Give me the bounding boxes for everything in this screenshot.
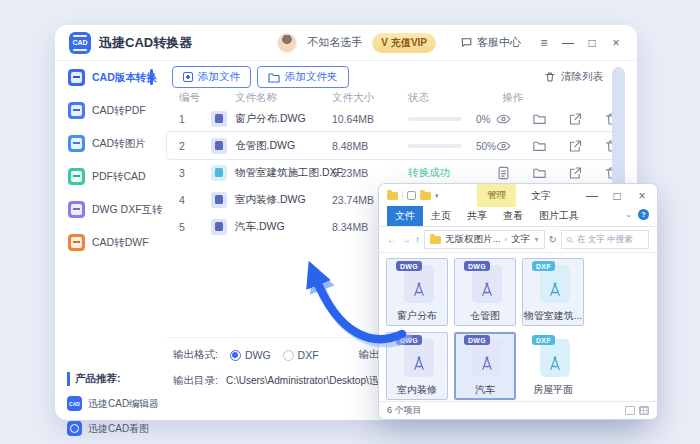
file-tile-label: 汽车 bbox=[455, 383, 515, 397]
search-icon bbox=[566, 236, 574, 244]
open-folder-icon[interactable] bbox=[532, 111, 547, 126]
explorer-window: ▾ 管理 文字 — □ × 文件 主页 共享 查看 图片工具 ⌄ ? ← → ↑… bbox=[378, 183, 658, 420]
add-folder-button[interactable]: 添加文件夹 bbox=[257, 66, 349, 88]
sidebar-item[interactable]: CAD转图片 bbox=[55, 127, 167, 160]
recommend-item[interactable]: 迅捷CAD看图 bbox=[67, 421, 163, 436]
folder-icon bbox=[420, 192, 431, 200]
explorer-file-tile[interactable]: DXF 房屋平面 bbox=[522, 332, 584, 400]
explorer-maximize-button[interactable]: □ bbox=[610, 189, 624, 203]
breadcrumb-current[interactable]: 文字 bbox=[511, 233, 530, 246]
sidebar-item-label: CAD转图片 bbox=[92, 137, 146, 151]
explorer-file-tile[interactable]: DWG 室内装修 bbox=[386, 332, 448, 400]
file-ext-badge: DWG bbox=[464, 261, 490, 271]
explorer-close-button[interactable]: × bbox=[635, 189, 649, 203]
explorer-file-tile[interactable]: DWG 仓管图 bbox=[454, 258, 516, 326]
format-radio-dxf[interactable] bbox=[283, 350, 294, 361]
collapse-ribbon-icon[interactable]: ⌄ bbox=[625, 210, 632, 219]
file-size: 10.64MB bbox=[332, 113, 374, 125]
cad-tool-icon bbox=[68, 168, 85, 185]
sidebar: CAD版本转换 CAD转PDF CAD转图片 PDF转CAD DWG DXF互转… bbox=[55, 61, 167, 420]
open-folder-icon[interactable] bbox=[532, 138, 547, 153]
sidebar-item[interactable]: CAD转DWF bbox=[55, 226, 167, 259]
export-icon[interactable] bbox=[568, 138, 583, 153]
progress-bar bbox=[408, 117, 462, 121]
table-row[interactable]: 3 物管室建筑施工图.DXF 5.23MB 转换成功 bbox=[167, 159, 619, 186]
file-ext-badge: DWG bbox=[396, 261, 422, 271]
back-icon[interactable]: ← bbox=[387, 234, 397, 245]
cad-editor-icon: CAD bbox=[67, 396, 82, 411]
support-center-button[interactable]: 客服中心 bbox=[460, 35, 521, 50]
file-ext-badge: DWG bbox=[464, 335, 490, 345]
file-type-icon bbox=[211, 219, 227, 235]
chevron-down-icon: ▾ bbox=[435, 192, 439, 200]
file-type-icon bbox=[211, 192, 227, 208]
recommend-item[interactable]: CAD 迅捷CAD编辑器 bbox=[67, 396, 163, 411]
refresh-icon[interactable]: ↻ bbox=[549, 234, 557, 245]
ribbon-tab-1[interactable]: 主页 bbox=[423, 206, 459, 226]
sidebar-item[interactable]: CAD版本转换 bbox=[55, 61, 167, 94]
open-folder-icon[interactable] bbox=[532, 165, 547, 180]
clear-list-button[interactable]: 清除列表 bbox=[544, 70, 603, 84]
vip-button[interactable]: V 充值VIP bbox=[372, 33, 436, 53]
active-indicator bbox=[150, 69, 153, 85]
status-success: 转换成功 bbox=[408, 166, 450, 180]
export-icon[interactable] bbox=[568, 111, 583, 126]
sidebar-item[interactable]: DWG DXF互转 bbox=[55, 193, 167, 226]
help-icon[interactable]: ? bbox=[638, 209, 649, 220]
explorer-search-input[interactable]: 在 文字 中搜索 bbox=[561, 230, 649, 249]
export-icon[interactable] bbox=[568, 165, 583, 180]
vip-v-icon: V bbox=[381, 37, 388, 48]
folder-plus-icon bbox=[268, 72, 280, 83]
quick-access-toolbar[interactable]: ▾ bbox=[387, 191, 439, 201]
manage-contextual-tab[interactable]: 管理 bbox=[477, 184, 516, 207]
breadcrumb[interactable]: 无版权图片... › 文字 ▾ bbox=[424, 230, 545, 249]
table-row[interactable]: 1 窗户分布.DWG 10.64MB 0% bbox=[167, 105, 619, 132]
ribbon-tab-3[interactable]: 查看 bbox=[495, 206, 531, 226]
add-file-button[interactable]: 添加文件 bbox=[172, 66, 251, 88]
explorer-file-tile[interactable]: DWG 窗户分布 bbox=[386, 258, 448, 326]
ribbon-tab-0[interactable]: 文件 bbox=[387, 206, 423, 226]
col-size: 文件大小 bbox=[332, 91, 374, 105]
file-ext-badge: DXF bbox=[532, 335, 555, 345]
table-row[interactable]: 2 仓管图.DWG 8.48MB 50% bbox=[167, 132, 619, 159]
sidebar-item[interactable]: PDF转CAD bbox=[55, 160, 167, 193]
format-radio-dwg[interactable] bbox=[230, 350, 241, 361]
file-grid: DWG 窗户分布 DWG 仓管图 DXF 物管室建筑... DWG 室内装修 D… bbox=[379, 253, 657, 401]
up-icon[interactable]: ↑ bbox=[415, 234, 420, 245]
row-no: 1 bbox=[179, 113, 185, 125]
preview-eye-icon[interactable] bbox=[496, 138, 511, 153]
file-name: 汽车.DWG bbox=[235, 220, 285, 234]
col-name: 文件名称 bbox=[235, 91, 277, 105]
app-title: 迅捷CAD转换器 bbox=[99, 34, 192, 52]
progress-bar bbox=[408, 144, 462, 148]
chat-icon bbox=[460, 36, 473, 49]
sidebar-item[interactable]: CAD转PDF bbox=[55, 94, 167, 127]
list-view-icon[interactable] bbox=[625, 406, 635, 415]
close-button[interactable]: × bbox=[609, 36, 623, 50]
file-ext-badge: DXF bbox=[532, 261, 555, 271]
user-avatar[interactable] bbox=[277, 33, 297, 53]
breadcrumb-root[interactable]: 无版权图片... bbox=[445, 233, 500, 246]
file-type-icon bbox=[211, 111, 227, 127]
minimize-button[interactable]: — bbox=[561, 36, 575, 50]
cad-tool-icon bbox=[68, 234, 85, 251]
chevron-down-icon[interactable]: ▾ bbox=[535, 235, 539, 244]
recommend-items: CAD 迅捷CAD编辑器 迅捷CAD看图 bbox=[67, 396, 163, 436]
folder-icon bbox=[430, 236, 441, 244]
ribbon-tabs: 文件 主页 共享 查看 图片工具 ⌄ ? bbox=[379, 207, 657, 227]
cad-tool-icon bbox=[68, 102, 85, 119]
forward-icon[interactable]: → bbox=[401, 234, 411, 245]
maximize-button[interactable]: □ bbox=[585, 36, 599, 50]
thumbnail-view-icon[interactable] bbox=[639, 406, 649, 415]
file-name: 窗户分布.DWG bbox=[235, 112, 306, 126]
preview-eye-icon[interactable] bbox=[496, 111, 511, 126]
ribbon-tab-4[interactable]: 图片工具 bbox=[531, 206, 587, 226]
view-result-icon[interactable] bbox=[496, 165, 511, 180]
ribbon-tab-2[interactable]: 共享 bbox=[459, 206, 495, 226]
file-tile-label: 房屋平面 bbox=[523, 383, 583, 397]
progress-percent: 50% bbox=[476, 140, 496, 151]
explorer-file-tile[interactable]: DWG 汽车 bbox=[454, 332, 516, 400]
menu-button[interactable]: ≡ bbox=[537, 36, 551, 50]
explorer-file-tile[interactable]: DXF 物管室建筑... bbox=[522, 258, 584, 326]
explorer-minimize-button[interactable]: — bbox=[585, 189, 599, 203]
